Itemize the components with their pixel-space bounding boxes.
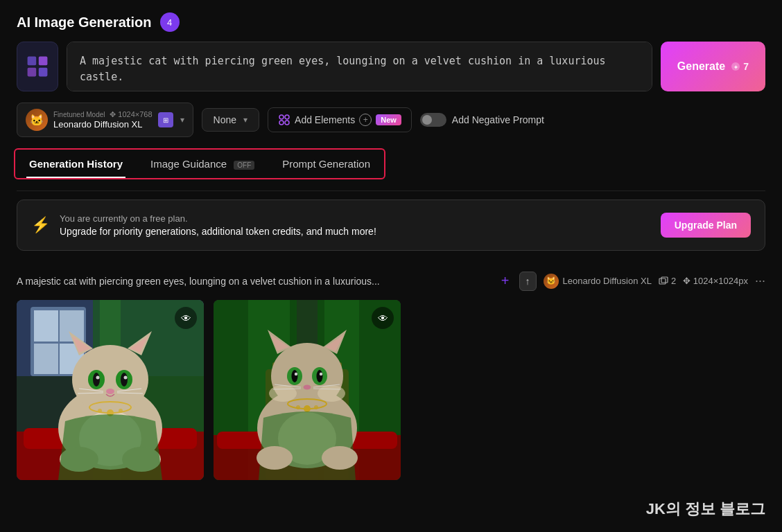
svg-rect-16: [34, 310, 58, 342]
svg-point-80: [296, 405, 300, 409]
upgrade-button[interactable]: Upgrade Plan: [661, 213, 751, 238]
top-bar: AI Image Generation 4: [0, 0, 782, 42]
upgrade-text: You are currently on a free plan. Upgrad…: [60, 213, 651, 237]
svg-point-37: [124, 376, 128, 380]
generation-dims: ✥ 1024×1024px: [683, 276, 748, 286]
cat-image-1: [17, 300, 204, 480]
generation-count: 2: [659, 276, 676, 286]
tab-off-badge: OFF: [234, 161, 254, 170]
none-chevron-icon: ▾: [243, 115, 247, 125]
tab-image-guidance[interactable]: Image Guidance OFF: [137, 150, 268, 178]
svg-rect-3: [39, 68, 48, 77]
negative-prompt-toggle[interactable]: Add Negative Prompt: [420, 113, 544, 127]
token-count: ✦ 7: [731, 61, 749, 72]
tabs-wrapper: Generation History Image Guidance OFF Pr…: [0, 148, 782, 190]
svg-point-38: [106, 389, 114, 394]
new-badge: New: [376, 114, 401, 125]
svg-rect-1: [39, 57, 48, 66]
tabs-container: Generation History Image Guidance OFF Pr…: [14, 148, 385, 179]
svg-point-69: [292, 370, 298, 382]
svg-point-11: [285, 121, 289, 125]
model-name: Leonardo Diffusion XL: [53, 119, 153, 130]
model-label: Finetuned Model ✥ 1024×768: [53, 110, 153, 119]
generation-model-tag: 🐱 Leonardo Diffusion XL: [544, 274, 652, 289]
divider: [17, 190, 765, 191]
upgrade-line2: Upgrade for priority generations, additi…: [60, 226, 651, 237]
image-count-icon: [659, 276, 668, 286]
generation-upload-button[interactable]: ↑: [519, 272, 537, 291]
svg-point-81: [314, 405, 318, 409]
svg-rect-2: [28, 68, 37, 77]
tab-prompt-generation[interactable]: Prompt Generation: [268, 150, 384, 178]
svg-point-66: [318, 385, 345, 402]
images-grid: 👁: [0, 300, 782, 480]
generation-more-button[interactable]: ···: [755, 274, 765, 288]
svg-point-70: [317, 370, 323, 382]
negative-prompt-label: Add Negative Prompt: [452, 114, 544, 125]
svg-point-27: [72, 345, 148, 414]
svg-rect-18: [34, 344, 58, 374]
svg-point-72: [320, 373, 322, 375]
svg-point-71: [295, 373, 297, 375]
svg-rect-12: [659, 278, 666, 284]
model-chevron-icon: ▾: [180, 115, 184, 125]
elements-icon: [278, 114, 290, 126]
none-select[interactable]: None ▾: [202, 108, 259, 132]
title-badge: 4: [160, 12, 180, 32]
tab-generation-history[interactable]: Generation History: [15, 150, 137, 178]
generation-add-button[interactable]: +: [498, 270, 512, 292]
image-eye-button-1[interactable]: 👁: [175, 307, 197, 329]
svg-point-34: [93, 373, 100, 387]
cat-image-2: [214, 300, 401, 480]
svg-point-36: [96, 376, 100, 380]
add-elements-button[interactable]: Add Elements + New: [268, 107, 412, 132]
svg-point-73: [304, 385, 311, 390]
svg-rect-13: [661, 277, 668, 283]
prompt-input[interactable]: A majestic cat with piercing green eyes,…: [67, 42, 652, 91]
svg-text:⊞: ⊞: [163, 116, 168, 124]
model-avatar: 🐱: [26, 109, 48, 131]
model-dims: ✥ 1024×768: [110, 110, 152, 118]
model-selector[interactable]: 🐱 Finetuned Model ✥ 1024×768 Leonardo Di…: [17, 103, 193, 137]
svg-point-65: [269, 385, 297, 402]
svg-point-9: [285, 115, 289, 119]
upgrade-line1: You are currently on a free plan.: [60, 213, 651, 224]
svg-point-83: [322, 446, 358, 470]
svg-point-46: [119, 409, 123, 413]
svg-point-8: [279, 115, 284, 119]
generation-row: A majestic cat with piercing green eyes,…: [0, 265, 782, 300]
model-info: Finetuned Model ✥ 1024×768 Leonardo Diff…: [53, 110, 153, 130]
generate-button[interactable]: Generate ✦ 7: [661, 42, 765, 91]
svg-point-79: [304, 405, 311, 412]
add-elements-plus-icon: +: [359, 114, 372, 126]
svg-text:✦: ✦: [733, 64, 738, 71]
upgrade-banner: ⚡ You are currently on a free plan. Upgr…: [17, 200, 765, 251]
svg-point-45: [98, 409, 102, 413]
toggle-switch-control[interactable]: [420, 113, 446, 127]
lightning-icon: ⚡: [31, 216, 50, 234]
image-card-2: 👁: [214, 300, 401, 480]
app-title: AI Image Generation: [17, 15, 152, 30]
image-eye-button-2[interactable]: 👁: [372, 307, 394, 329]
svg-point-82: [257, 446, 293, 470]
watermark: JK의 정보 블로그: [646, 499, 765, 520]
model-color-button[interactable]: ⊞: [158, 112, 173, 127]
settings-row: 🐱 Finetuned Model ✥ 1024×768 Leonardo Di…: [0, 103, 782, 148]
svg-point-35: [121, 373, 128, 387]
svg-rect-0: [28, 57, 37, 66]
svg-point-10: [279, 121, 284, 125]
image-card-1: 👁: [17, 300, 204, 480]
prompt-row: A majestic cat with piercing green eyes,…: [0, 42, 782, 103]
generation-prompt-text: A majestic cat with piercing green eyes,…: [17, 276, 492, 287]
gen-model-avatar: 🐱: [544, 274, 559, 289]
prompt-icon-box: [17, 42, 58, 91]
